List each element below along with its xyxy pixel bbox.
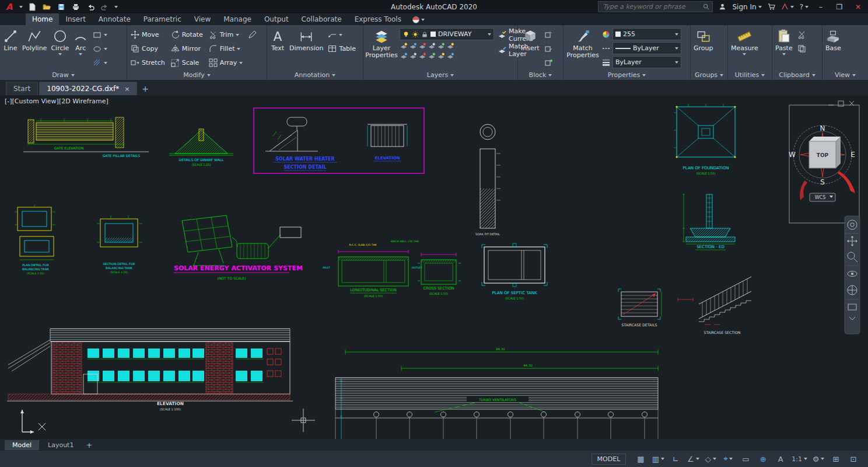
color-wheel-icon[interactable] <box>602 30 610 39</box>
layer-tool-icon[interactable] <box>409 52 417 60</box>
viewcube-south-label[interactable]: S <box>820 178 825 186</box>
layer-tool-icon[interactable] <box>400 42 408 50</box>
tab-express-tools[interactable]: Express Tools <box>348 13 408 25</box>
viewcube-west-label[interactable]: W <box>789 151 796 159</box>
table-button[interactable]: Table <box>326 42 357 55</box>
redo-icon[interactable] <box>100 2 110 12</box>
panel-modify-label[interactable]: Modify <box>127 70 267 80</box>
canvas-window-controls[interactable] <box>828 101 854 106</box>
panel-utilities-label[interactable]: Utilities <box>728 70 772 80</box>
linetype-dropdown[interactable]: ByLayer <box>612 42 681 54</box>
stretch-button[interactable]: Stretch <box>129 56 167 69</box>
autodesk-app-icon[interactable] <box>781 3 794 11</box>
insert-button[interactable]: Insert <box>520 27 541 70</box>
panel-block-expand-icon[interactable] <box>548 74 552 76</box>
drawing-canvas[interactable]: [-][Custom View][2D Wireframe] GATE ELEV… <box>0 95 868 439</box>
tab-model[interactable]: Model <box>5 440 39 450</box>
mirror-button[interactable]: Mirror <box>169 42 205 55</box>
measure-caret-icon[interactable] <box>743 53 746 55</box>
viewcube[interactable]: N S W E TOP WCS <box>789 105 859 223</box>
panel-clipboard-expand-icon[interactable] <box>812 74 816 76</box>
clean-screen-icon[interactable]: ⊡ <box>845 453 862 465</box>
object-snap-icon[interactable]: ⌖ <box>719 453 737 465</box>
lineweight-icon[interactable] <box>602 58 610 67</box>
layer-dropdown[interactable]: DRIVEWAY <box>400 28 494 40</box>
dynamic-input-icon[interactable]: ⊕ <box>754 453 772 465</box>
help-icon[interactable]: ? <box>800 3 808 11</box>
circle-button[interactable]: Circle <box>50 27 70 70</box>
lineweight-display-icon[interactable]: ▭ <box>737 453 754 465</box>
search-input[interactable] <box>601 2 700 11</box>
wcs-button[interactable]: WCS <box>810 193 835 201</box>
panel-layers-label[interactable]: Layers <box>363 70 517 80</box>
measure-button[interactable]: Measure <box>730 27 760 70</box>
help-search[interactable] <box>598 1 713 12</box>
snap-icon[interactable]: ▥ <box>649 453 667 465</box>
copy-clip-icon[interactable] <box>796 42 808 55</box>
file-tab-close-icon[interactable]: × <box>124 85 130 93</box>
panel-layers-expand-icon[interactable] <box>450 74 454 76</box>
new-drawing-tab-button[interactable]: + <box>142 84 149 93</box>
qat-customize-caret-icon[interactable] <box>114 6 118 8</box>
define-attributes-icon[interactable] <box>542 56 555 69</box>
match-properties-button[interactable]: Match Properties <box>565 27 600 70</box>
text-button[interactable]: A Text <box>269 27 286 70</box>
panel-modify-expand-icon[interactable] <box>207 74 211 76</box>
ellipse-tool-icon[interactable] <box>91 42 109 55</box>
ortho-icon[interactable]: ∟ <box>667 453 684 465</box>
maximize-button[interactable]: ❐ <box>833 3 846 11</box>
paste-caret-icon[interactable] <box>782 53 786 55</box>
layer-properties-button[interactable]: Layer Properties <box>365 27 398 70</box>
annotation-visibility-icon[interactable]: A <box>772 453 789 465</box>
polar-tracking-icon[interactable]: ∠ <box>684 453 702 465</box>
sign-in-button[interactable]: Sign In <box>732 3 761 11</box>
leader-tool-icon[interactable] <box>326 28 357 41</box>
layer-tool-icon[interactable] <box>418 42 426 50</box>
layer-tool-icon[interactable] <box>437 42 445 50</box>
viewcube-east-label[interactable]: E <box>850 151 855 159</box>
panel-utilities-expand-icon[interactable] <box>761 74 765 76</box>
line-button[interactable]: Line <box>2 27 19 70</box>
linetype-icon[interactable] <box>602 44 610 53</box>
tab-annotate[interactable]: Annotate <box>92 13 137 25</box>
panel-clipboard-label[interactable]: Clipboard <box>772 70 822 80</box>
paste-button[interactable]: Paste <box>774 27 794 70</box>
file-tab-start[interactable]: Start <box>6 82 38 95</box>
array-button[interactable]: Array <box>207 56 245 69</box>
edit-block-icon[interactable] <box>542 42 555 55</box>
trim-button[interactable]: Trim <box>207 28 245 41</box>
layer-tool-icon[interactable] <box>400 52 408 60</box>
annotation-monitor-icon[interactable]: ⊞ <box>827 453 845 465</box>
open-file-icon[interactable] <box>41 2 52 12</box>
search-icon[interactable] <box>703 4 709 10</box>
isodraft-icon[interactable]: ◇ <box>702 453 719 465</box>
undo-icon[interactable] <box>85 2 96 12</box>
layer-tool-icon[interactable] <box>437 52 445 60</box>
new-layout-button[interactable]: + <box>82 441 96 449</box>
save-icon[interactable] <box>56 2 66 12</box>
cut-icon[interactable] <box>796 28 808 41</box>
file-tab-drawing[interactable]: 10903-2022-CG.dxf*× <box>39 82 137 95</box>
tab-home[interactable]: Home <box>26 13 59 25</box>
rectangle-tool-icon[interactable] <box>91 28 109 41</box>
layer-tool-icon[interactable] <box>428 52 436 60</box>
panel-view-expand-icon[interactable] <box>852 74 856 76</box>
arc-caret-icon[interactable] <box>79 53 82 55</box>
group-button[interactable]: Group <box>692 27 715 70</box>
app-store-cart-icon[interactable] <box>768 3 775 11</box>
viewcube-north-label[interactable]: N <box>820 124 825 133</box>
base-button[interactable]: Base <box>824 27 842 70</box>
fillet-button[interactable]: Fillet <box>207 42 245 55</box>
panel-groups-expand-icon[interactable] <box>720 74 723 76</box>
panel-block-label[interactable]: Block <box>518 70 563 80</box>
dimension-button[interactable]: Dimension <box>288 27 324 70</box>
autocad-logo-icon[interactable]: A <box>4 2 15 12</box>
viewport-controls[interactable]: [-][Custom View][2D Wireframe] <box>5 97 108 105</box>
panel-groups-label[interactable]: Groups <box>691 70 727 80</box>
arc-button[interactable]: Arc <box>72 27 89 70</box>
panel-draw-label[interactable]: Draw <box>0 70 127 80</box>
new-file-icon[interactable] <box>27 2 37 12</box>
layer-tool-icon[interactable] <box>428 42 436 50</box>
tab-insert[interactable]: Insert <box>59 13 92 25</box>
panel-view-label[interactable]: View <box>822 70 868 80</box>
